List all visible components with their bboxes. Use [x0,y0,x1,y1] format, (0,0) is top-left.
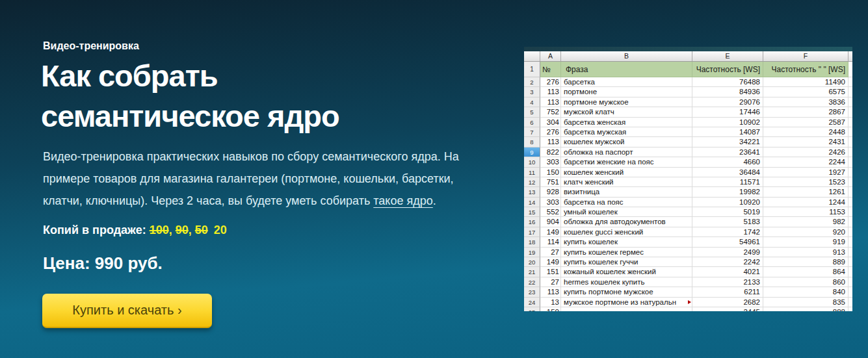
cell-phrase: барсетки женские на пояс [561,157,692,167]
cell-sliver [848,137,852,147]
cell-frequency-ws: 23641 [692,147,763,157]
cell-frequency-ws: 4660 [692,157,763,167]
cell-num: 13 [540,298,561,307]
cell-frequency-quoted-ws: 920 [763,227,848,237]
cell-num: 752 [540,107,561,117]
cell-num: 904 [540,217,561,227]
row-number: 12 [524,177,540,187]
sheet-row: 4113портмоне мужское290763836 [524,97,852,107]
cell-frequency-quoted-ws: 840 [763,287,848,297]
cell-frequency-ws: 2682 [692,298,763,307]
sheet-header-row: 1 № Фраза Частотность [WS] Частотность "… [524,62,852,77]
row-number: 8 [524,137,540,147]
header-cell-frequency-quoted-ws: Частотность " " [WS] [763,62,848,77]
cell-num: 928 [540,187,561,197]
cell-phrase: купить портмоне мужское [561,287,692,297]
sheet-row: 14303барсетка на пояс109201244 [524,198,852,207]
row-number: 1 [524,62,540,77]
sheet-row: 9822обложка на паспорт236412426 [524,147,852,157]
cell-phrase: кошелек gucci женский [561,227,692,237]
cell-frequency-quoted-ws: 860 [763,277,848,287]
sheet-row: 3113портмоне849366575 [524,87,852,97]
cell-num: 149 [540,257,561,267]
cell-frequency-ws: 6211 [692,287,763,297]
sheet-row: 2413мужское портмоне из натуральн2682835 [524,298,852,307]
cell-phrase: умный кошелек [561,207,692,217]
row-number: 24 [524,298,540,307]
cell-sliver [848,177,852,187]
sheet-row: 21151кожаный кошелек женский4021864 [524,267,852,277]
sheet-row: 20149купить кошелек гуччи2242889 [524,257,852,267]
cell-num: 276 [540,127,561,137]
row-number: 23 [524,287,540,297]
sheet-row: 12751клатч женский115711523 [524,177,852,187]
cell-num: 113 [540,87,561,97]
cell-frequency-ws: 17446 [692,107,763,117]
row-number: 17 [524,227,540,237]
cell-phrase: барсетка на пояс [561,198,692,207]
cell-phrase: барсетка [561,77,692,87]
sheet-row: 8113кошелек мужской342212431 [524,137,852,147]
cell-frequency-quoted-ws: 913 [763,248,848,257]
cell-phrase: мужской клатч [561,107,692,117]
cell-frequency-ws: 11571 [692,177,763,187]
column-header-e: E [692,51,763,61]
sheet-row: 15552умный кошелек50191153 [524,207,852,217]
sample-core-link[interactable]: такое ядро [373,194,432,207]
sheet-row: 2276барсетка7648811490 [524,77,852,87]
cell-frequency-ws: 5019 [692,207,763,217]
cell-frequency-quoted-ws: 889 [763,257,848,267]
cell-frequency-quoted-ws: 2244 [763,157,848,167]
cell-num: 150 [540,307,561,311]
copies-line: Копий в продаже: 100, 90, 5020 [43,224,227,237]
title-line-2: семантическое ядро [41,96,339,136]
header-cell-phrase: Фраза [561,62,692,77]
overflow-marker-icon [688,300,691,304]
sheet-row: 2227hermes кошелек купить2133860 [524,277,852,287]
cell-sliver [848,237,852,247]
cell-num: 27 [540,248,561,257]
cell-frequency-ws: 4021 [692,267,763,277]
cell-phrase: клатч женский [561,177,692,187]
cell-frequency-ws: 2445 [692,307,763,311]
cell-num: 552 [540,207,561,217]
row-number: 22 [524,277,540,287]
cell-frequency-quoted-ws: 1523 [763,177,848,187]
cell-num: 822 [540,147,561,157]
page-title: Как собрать семантическое ядро [41,56,339,136]
buy-button[interactable]: Купить и скачать › [42,294,212,328]
header-cell-sliver [848,62,852,77]
cell-frequency-ws: 10920 [692,198,763,207]
sheet-row: 16904обложка для автодокументов5183982 [524,217,852,227]
cell-num: 276 [540,77,561,87]
description: Видео-тренировка практических навыков по… [43,146,480,212]
sheet-row: 11150кошелек женский364841927 [524,168,852,177]
cell-sliver [848,97,852,107]
cell-phrase: мужское портмоне из натуральн [561,298,692,307]
row-number: 2 [524,77,540,87]
sheet-row: 17149кошелек gucci женский1742920 [524,227,852,237]
cell-sliver [848,307,852,311]
cell-sliver [848,207,852,217]
row-number: 11 [524,168,540,177]
cell-sliver [848,187,852,197]
copies-old-count: 90 [176,224,189,237]
cell-sliver [848,277,852,287]
cell-phrase: визитница [561,187,692,197]
header-cell-num: № [540,62,561,77]
copies-current-count: 20 [214,224,227,237]
cell-phrase: кошелек мужской [561,137,692,147]
price-text: Цена: 990 руб. [43,253,163,274]
cell-sliver [848,147,852,157]
cell-sliver [848,257,852,267]
cell-sliver [848,248,852,257]
row-number: 14 [524,198,540,207]
cell-frequency-quoted-ws: 11490 [763,77,848,87]
cell-frequency-quoted-ws: 3836 [763,97,848,107]
cell-phrase: кошелек женский [561,168,692,177]
row-number: 9 [524,147,540,157]
sheet-row: 10303барсетки женские на пояс46602244 [524,157,852,167]
cell-sliver [848,198,852,207]
cell-frequency-quoted-ws: 919 [763,237,848,247]
cell-num: 113 [540,97,561,107]
